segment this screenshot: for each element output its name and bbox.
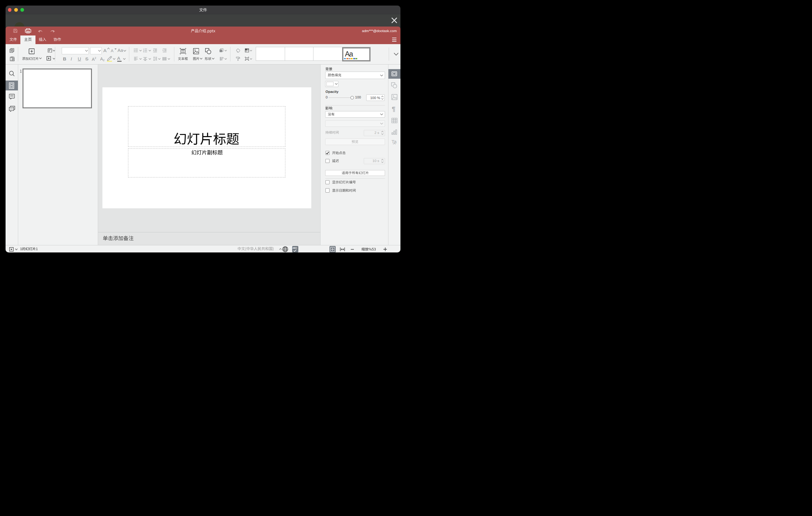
svg-text:3: 3: [143, 51, 144, 53]
svg-text:Ta: Ta: [392, 139, 397, 144]
